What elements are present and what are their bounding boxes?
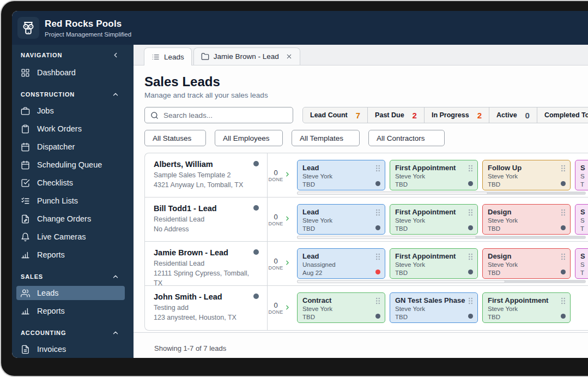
stat-past-due[interactable]: Past Due 2 xyxy=(367,107,425,123)
done-column[interactable]: 0 DONE xyxy=(268,242,292,285)
phase-card-s[interactable]: S S T xyxy=(575,160,588,190)
filter-all-employees[interactable]: All Employees xyxy=(215,130,283,146)
sidebar-item-reports[interactable]: Reports xyxy=(16,248,125,262)
drag-handle-icon[interactable] xyxy=(468,297,473,307)
phase-status-dot xyxy=(468,181,473,186)
drag-handle-icon[interactable] xyxy=(468,208,473,218)
expand-chevron-icon[interactable] xyxy=(284,259,291,268)
sidebar-item-label: Leads xyxy=(37,289,59,297)
phase-card-gn-test-sales-phase[interactable]: GN Test Sales Phase Steve York TBD xyxy=(390,292,478,323)
drag-handle-icon[interactable] xyxy=(468,253,473,262)
stat-label: Past Due xyxy=(375,111,404,119)
grid-icon xyxy=(21,68,30,77)
tab-jamie-brown-lead[interactable]: Jamie Brown - Lead xyxy=(193,47,300,65)
sidebar-item-change-orders[interactable]: Change Orders xyxy=(16,212,125,226)
chevron-up-icon[interactable] xyxy=(112,91,119,98)
done-column[interactable]: 0 DONE xyxy=(268,153,292,197)
stat-in-progress[interactable]: In Progress 2 xyxy=(424,107,489,123)
phase-card-lead[interactable]: Lead Steve York TBD xyxy=(297,204,385,235)
horizontal-scrollbar[interactable] xyxy=(297,192,586,195)
phase-card-design[interactable]: Design Steve York TBD xyxy=(482,248,571,279)
lead-info-cell[interactable]: John Smith - Lead Testing add 123 anystr… xyxy=(145,286,268,330)
sidebar-item-punch-lists[interactable]: Punch Lists xyxy=(16,194,125,208)
lead-info-cell[interactable]: Alberts, William Sample Sales Template 2… xyxy=(145,153,268,197)
app-logo[interactable] xyxy=(17,17,39,39)
phase-card-s[interactable]: S S T xyxy=(575,248,588,279)
done-column[interactable]: 0 DONE xyxy=(268,286,292,330)
phase-card-due: TBD xyxy=(302,181,380,189)
filter-label: All Statuses xyxy=(153,134,191,142)
drag-handle-icon[interactable] xyxy=(561,253,566,262)
filter-label: All Employees xyxy=(223,134,270,142)
drag-handle-icon[interactable] xyxy=(561,208,566,218)
drag-handle-icon[interactable] xyxy=(375,208,380,218)
done-column[interactable]: 0 DONE xyxy=(268,198,292,241)
phase-card-design[interactable]: Design Steve York TBD xyxy=(482,204,571,235)
phase-card-title: Lead xyxy=(302,208,380,217)
scrollbar-thumb[interactable] xyxy=(297,280,505,283)
expand-chevron-icon[interactable] xyxy=(284,303,291,313)
filter-all-templates[interactable]: All Templates xyxy=(292,130,360,146)
tab-close-button[interactable] xyxy=(286,53,293,60)
sidebar-item-dashboard[interactable]: Dashboard xyxy=(16,65,125,80)
expand-chevron-icon[interactable] xyxy=(284,214,291,224)
phase-card-first-appointment[interactable]: First Appointment Steve York TBD xyxy=(390,248,478,279)
scrollbar-thumb[interactable] xyxy=(297,236,476,239)
sidebar-nav-heading-label: NAVIGATION xyxy=(21,52,62,58)
sidebar-item-scheduling-queue[interactable]: Scheduling Queue xyxy=(16,158,125,172)
sidebar-item-invoices[interactable]: Invoices xyxy=(16,342,125,356)
phase-card-follow-up[interactable]: Follow Up Steve York TBD xyxy=(482,160,571,190)
phase-card-lead[interactable]: Lead Steve York TBD xyxy=(297,160,385,190)
lead-status-dot xyxy=(253,161,259,166)
horizontal-scrollbar[interactable] xyxy=(297,280,586,283)
phase-card-first-appointment[interactable]: First Appointment Steve York TBD xyxy=(482,292,571,323)
chevron-up-icon[interactable] xyxy=(112,329,119,337)
filter-all-statuses[interactable]: All Statuses xyxy=(144,130,206,146)
drag-handle-icon[interactable] xyxy=(375,253,380,262)
sidebar-item-work-orders[interactable]: Work Orders xyxy=(16,122,125,136)
expand-chevron-icon[interactable] xyxy=(284,170,291,180)
drag-handle-icon[interactable] xyxy=(375,164,380,174)
stat-completed-today[interactable]: Completed Today 0 xyxy=(537,107,588,123)
leads-table: Alberts, William Sample Sales Template 2… xyxy=(144,153,588,331)
lead-info-cell[interactable]: Jamie Brown - Lead Residential Lead 1211… xyxy=(145,242,268,285)
horizontal-scrollbar[interactable] xyxy=(297,236,586,239)
search-icon xyxy=(150,111,159,119)
phase-status-dot xyxy=(561,270,566,274)
sidebar-item-dispatcher[interactable]: Dispatcher xyxy=(16,140,125,154)
sidebar-item-checklists[interactable]: Checklists xyxy=(16,176,125,190)
stat-lead-count[interactable]: Lead Count 7 xyxy=(302,107,368,123)
search-box[interactable] xyxy=(144,107,293,123)
drag-handle-icon[interactable] xyxy=(561,164,566,174)
phase-card-s[interactable]: S S T xyxy=(575,204,588,235)
sidebar-nav-heading: NAVIGATION xyxy=(21,51,119,59)
sidebar-item-reports[interactable]: Reports xyxy=(16,304,125,318)
search-input[interactable] xyxy=(163,111,287,119)
sidebar-section-label: SALES xyxy=(21,273,43,280)
phase-card-due: TBD xyxy=(488,269,565,277)
lead-info-cell[interactable]: Bill Todd1 - Lead Residential Lead No Ad… xyxy=(145,198,268,241)
sidebar-section-label: CONSTRUCTION xyxy=(21,91,75,98)
filter-all-contractors[interactable]: All Contractors xyxy=(368,130,445,146)
sidebar-item-leads[interactable]: Leads xyxy=(16,286,125,300)
phase-card-first-appointment[interactable]: First Appointment Steve York TBD xyxy=(390,160,478,190)
sidebar-collapse-icon[interactable] xyxy=(112,51,119,59)
phase-card-contract[interactable]: Contract Steve York TBD xyxy=(297,292,385,323)
phase-card-due: T xyxy=(580,181,588,189)
filter-label: All Contractors xyxy=(377,134,425,142)
scrollbar-thumb[interactable] xyxy=(297,192,488,195)
phase-card-title: GN Test Sales Phase xyxy=(395,296,472,305)
tab-leads[interactable]: Leads xyxy=(144,47,192,65)
stat-value: 7 xyxy=(356,111,360,120)
phase-card-lead[interactable]: Lead Unassigned Aug 22 xyxy=(297,248,385,279)
chevron-up-icon[interactable] xyxy=(112,273,119,280)
sidebar-item-jobs[interactable]: Jobs xyxy=(16,104,125,118)
drag-handle-icon[interactable] xyxy=(375,297,380,307)
sidebar-item-live-cameras[interactable]: Live Cameras xyxy=(16,230,125,244)
drag-handle-icon[interactable] xyxy=(468,164,473,174)
phase-card-first-appointment[interactable]: First Appointment Steve York TBD xyxy=(390,204,478,235)
drag-handle-icon[interactable] xyxy=(561,297,566,307)
folder-icon xyxy=(201,52,209,61)
x-icon xyxy=(286,53,293,60)
stat-active[interactable]: Active 0 xyxy=(489,107,537,123)
